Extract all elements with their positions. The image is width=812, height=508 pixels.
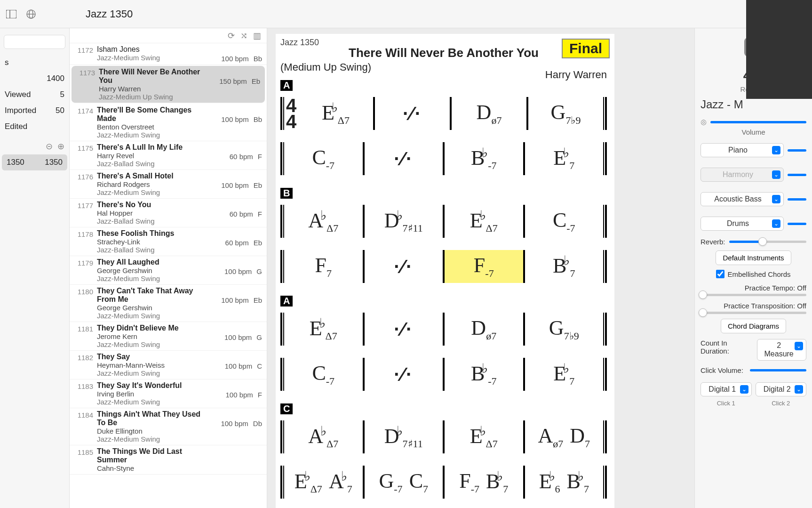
measure[interactable]: C-7 (284, 358, 363, 391)
instrument-volume-slider[interactable] (788, 149, 806, 152)
measure[interactable]: Dø7 (445, 313, 523, 346)
webcam-overlay (746, 0, 812, 99)
collection-row[interactable]: 1350 1350 (2, 154, 67, 170)
song-row[interactable]: 1182They SayHeyman-Mann-WeissJazz-Medium… (70, 351, 267, 379)
volume-slider[interactable] (710, 121, 806, 123)
sidebar-row[interactable]: Edited (0, 119, 69, 135)
measure[interactable]: C-7 (284, 142, 363, 175)
measure[interactable]: Aø7D7 (525, 420, 604, 453)
measure[interactable]: E♭Δ7A♭7 (284, 466, 363, 499)
measure[interactable]: E♭7 (525, 358, 604, 391)
reverb-slider[interactable] (729, 241, 806, 243)
chord-diagrams-button[interactable]: Chord Diagrams (721, 319, 786, 333)
measure[interactable]: A♭Δ7 (284, 205, 363, 238)
style-name[interactable]: Jazz - M (701, 98, 806, 111)
measure[interactable]: F7 (284, 250, 363, 283)
filter-icon[interactable]: ⊝ (46, 141, 53, 152)
sort-icon[interactable]: ⟳ (228, 31, 235, 41)
svg-rect-0 (6, 10, 16, 18)
song-row[interactable]: 1175There's A Lull In My LifeHarry Revel… (70, 141, 267, 170)
measure[interactable]: G7♭9 (525, 313, 604, 346)
measure[interactable]: E♭7 (525, 142, 604, 175)
measure[interactable]: E♭Δ7 (298, 97, 373, 130)
measure[interactable]: E♭Δ7 (445, 420, 523, 453)
chart-system[interactable]: A♭Δ7D♭7♯11E♭Δ7C-7 (280, 199, 607, 244)
measure[interactable]: B♭-7 (445, 142, 523, 175)
measure[interactable]: B♭-7 (445, 358, 523, 391)
airplay-icon[interactable]: ◎ (701, 118, 707, 126)
measure[interactable]: ·⁄· (375, 97, 450, 130)
measure[interactable]: E♭Δ7 (284, 313, 363, 346)
song-row[interactable]: 1176There's A Small HotelRichard Rodgers… (70, 170, 267, 199)
instrument-select[interactable]: Harmony⌄ (701, 168, 784, 182)
measure[interactable]: Dø7 (452, 97, 526, 130)
sidebar-row[interactable]: Imported50 (0, 103, 69, 119)
song-row[interactable]: 1173There Will Never Be Another YouHarry… (72, 66, 265, 103)
lead-sheet[interactable]: Jazz 1350 There Will Never Be Another Yo… (276, 34, 614, 508)
measure[interactable]: D♭7♯11 (365, 420, 443, 453)
song-row[interactable]: 1184Things Ain't What They Used To BeDuk… (70, 408, 267, 445)
instrument-select[interactable]: Piano⌄ (701, 143, 784, 157)
instrument-volume-slider[interactable] (788, 223, 806, 225)
measure[interactable]: G7♭9 (528, 97, 603, 130)
song-row[interactable]: 1174There'll Be Some Changes MadeBenton … (70, 104, 267, 141)
measure[interactable]: G-7C7 (365, 466, 443, 499)
default-instruments-button[interactable]: Default Instruments (716, 250, 791, 265)
chart-system[interactable]: E♭Δ7·⁄·Dø7G7♭9 (280, 306, 607, 352)
chart-system[interactable]: 44E♭Δ7·⁄·Dø7G7♭9 (280, 91, 607, 136)
section-marker: C (280, 403, 293, 414)
instrument-select[interactable]: Drums⌄ (701, 217, 784, 231)
measure[interactable]: B♭7 (525, 250, 604, 283)
song-row[interactable]: 1183They Say It's WonderfulIrving Berlin… (70, 379, 267, 408)
measure[interactable]: ·⁄· (365, 358, 443, 391)
search-input[interactable] (4, 35, 65, 49)
song-row[interactable]: 1185The Things We Did Last SummerCahn-St… (70, 445, 267, 475)
embellished-checkbox[interactable] (716, 270, 724, 278)
song-row[interactable]: 1177There's No YouHal HopperJazz-Ballad … (70, 199, 267, 227)
measure[interactable]: A♭Δ7 (284, 420, 363, 453)
measure[interactable]: E♭6B♭7 (525, 466, 604, 499)
badge-final: Final (562, 39, 610, 58)
chart-system[interactable]: E♭Δ7A♭7G-7C7F-7B♭7E♭6B♭7 (280, 460, 607, 505)
globe-icon[interactable] (24, 8, 38, 21)
chart-title: There Will Never Be Another You (280, 46, 607, 60)
song-row[interactable]: 1180They Can't Take That Away From MeGeo… (70, 285, 267, 322)
measure[interactable]: F-7B♭7 (445, 466, 523, 499)
sidebar-toggle-icon[interactable] (5, 8, 18, 21)
instrument-volume-slider[interactable] (788, 198, 806, 201)
chart-system[interactable]: A♭Δ7D♭7♯11E♭Δ7Aø7D7 (280, 414, 607, 460)
song-row[interactable]: 1178These Foolish ThingsStrachey-LinkJaz… (70, 227, 267, 256)
measure[interactable]: ·⁄· (365, 250, 443, 283)
click-select[interactable]: Digital 2⌄ (756, 382, 807, 396)
song-row[interactable]: 1179They All LaughedGeorge GershwinJazz-… (70, 256, 267, 285)
click-select[interactable]: Digital 1⌄ (701, 382, 752, 396)
columns-icon[interactable]: ▥ (253, 31, 261, 41)
chart-system[interactable]: C-7·⁄·B♭-7E♭7 (280, 352, 607, 397)
sidebar-row[interactable]: Viewed5 (0, 87, 69, 103)
page-title: Jazz 1350 (86, 8, 133, 20)
chart-system[interactable]: C-7·⁄·B♭-7E♭7 (280, 136, 607, 181)
shuffle-icon[interactable]: ⤭ (240, 31, 247, 41)
sidebar-row[interactable]: s (0, 55, 69, 71)
instrument-select[interactable]: Acoustic Bass⌄ (701, 192, 784, 206)
measure[interactable]: D♭7♯11 (365, 205, 443, 238)
sidebar-row[interactable]: 1400 (0, 71, 69, 87)
click-volume-slider[interactable] (750, 369, 806, 371)
measure[interactable]: ·⁄· (365, 142, 443, 175)
song-row[interactable]: 1172Isham JonesJazz-Medium Swing 100 bpm… (70, 43, 267, 65)
measure[interactable]: ·⁄· (365, 313, 443, 346)
countin-select[interactable]: 2 Measure⌄ (757, 339, 806, 361)
instrument-volume-slider[interactable] (788, 174, 806, 176)
chart-system[interactable]: F7·⁄·F-7B♭7 (280, 244, 607, 289)
section-marker: B (280, 188, 293, 199)
section-marker: A (280, 296, 293, 306)
practice-transposition-slider[interactable] (701, 312, 806, 314)
practice-tempo-slider[interactable] (701, 294, 806, 296)
measure[interactable]: F-7 (445, 250, 523, 283)
measure[interactable]: E♭Δ7 (445, 205, 523, 238)
add-icon[interactable]: ⊕ (57, 141, 64, 152)
song-row[interactable]: 1181They Didn't Believe MeJerome KernJaz… (70, 322, 267, 351)
section-marker: A (280, 80, 293, 91)
measure[interactable]: C-7 (525, 205, 604, 238)
